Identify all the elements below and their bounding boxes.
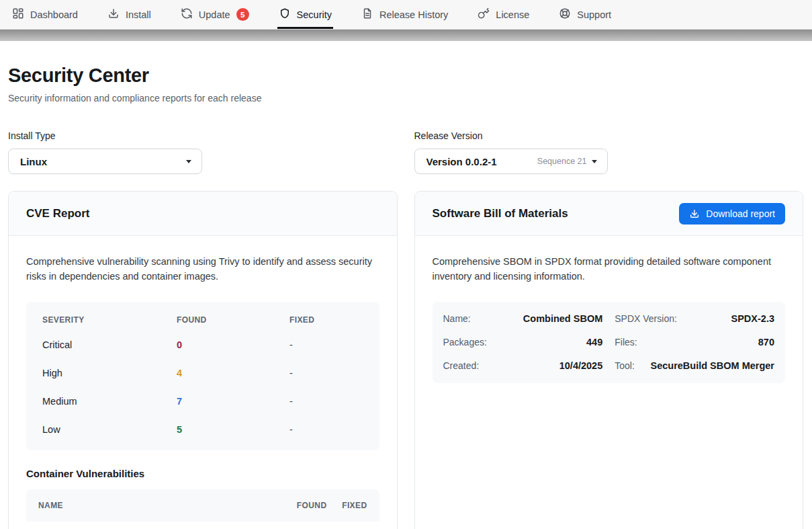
severity-label: Medium [42, 396, 177, 407]
cve-report-title: CVE Report [26, 207, 89, 220]
install-type-filter: Install Type Linux [8, 130, 398, 174]
found-column-header: Found [273, 501, 327, 510]
table-row-low: Low 5 - [42, 415, 363, 444]
cve-report-description: Comprehensive vulnerability scanning usi… [26, 255, 379, 284]
sbom-body: Comprehensive SBOM in SPDX format provid… [415, 236, 803, 383]
refresh-icon [181, 7, 193, 22]
page-title: Security Center [8, 65, 803, 87]
sbom-description: Comprehensive SBOM in SPDX format provid… [433, 255, 786, 284]
name-column-header: Name [38, 501, 273, 510]
info-value: 449 [586, 337, 602, 348]
severity-table: Severity Found Fixed Critical 0 - High 4… [26, 302, 379, 450]
download-icon [107, 7, 120, 22]
sbom-info-created: Created: 10/4/2025 [443, 354, 603, 378]
nav-label: Release History [379, 9, 448, 20]
found-column-header: Found [177, 315, 289, 325]
sbom-info-spdx-version: SPDX Version: SPDX-2.3 [615, 307, 774, 331]
release-version-value: Version 0.0.2-1 [426, 156, 497, 167]
severity-table-header: Severity Found Fixed [42, 306, 363, 331]
sequence-hint: Sequence 21 [537, 157, 587, 166]
found-count: 0 [177, 339, 289, 350]
severity-label: High [42, 368, 177, 378]
nav-item-security[interactable]: Security [279, 0, 332, 29]
container-table-header: Name Found Fixed [26, 489, 379, 522]
severity-label: Low [42, 424, 177, 435]
release-version-select[interactable]: Version 0.0.2-1 Sequence 21 [414, 149, 608, 174]
info-value: SecureBuild SBOM Merger [650, 360, 774, 371]
container-vulnerabilities-title: Container Vulnerabilities [26, 468, 379, 479]
fixed-count: - [289, 424, 363, 435]
header-divider-strip [0, 30, 812, 41]
page-subtitle: Security information and compliance repo… [8, 93, 803, 104]
shield-icon [279, 7, 291, 22]
chevron-down-icon [186, 160, 191, 163]
key-icon [478, 7, 490, 22]
nav-item-support[interactable]: Support [559, 0, 611, 29]
dashboard-icon [12, 7, 24, 22]
cards-row: CVE Report Comprehensive vulnerability s… [8, 191, 803, 529]
info-label: Tool: [615, 360, 635, 371]
info-value: 10/4/2025 [559, 360, 603, 371]
fixed-count: - [289, 396, 363, 407]
nav-label: Update [199, 9, 230, 20]
download-icon [689, 208, 700, 219]
fixed-count: - [289, 368, 363, 378]
table-row-critical: Critical 0 - [42, 331, 363, 359]
fixed-count: - [289, 339, 363, 350]
sbom-title: Software Bill of Materials [433, 207, 568, 220]
info-label: Packages: [443, 337, 487, 348]
nav-label: License [496, 9, 529, 20]
nav-label: Support [577, 9, 611, 20]
sbom-info-packages: Packages: 449 [443, 331, 603, 354]
info-value: SPDX-2.3 [731, 313, 774, 324]
life-buoy-icon [559, 7, 571, 22]
nav-item-dashboard[interactable]: Dashboard [12, 0, 78, 29]
severity-label: Critical [42, 339, 177, 350]
nav-label: Security [297, 9, 332, 20]
cve-report-header: CVE Report [9, 192, 397, 236]
install-type-select[interactable]: Linux [8, 149, 202, 174]
info-value: Combined SBOM [523, 313, 602, 324]
download-button-label: Download report [706, 208, 775, 219]
info-value: 870 [758, 337, 774, 348]
sbom-info-name: Name: Combined SBOM [443, 307, 603, 331]
info-label: Files: [615, 337, 637, 348]
info-label: Created: [443, 360, 480, 371]
release-version-label: Release Version [414, 130, 804, 141]
nav-item-update[interactable]: Update 5 [181, 0, 249, 29]
sbom-info-panel: Name: Combined SBOM SPDX Version: SPDX-2… [433, 302, 786, 383]
sbom-info-tool: Tool: SecureBuild SBOM Merger [615, 354, 774, 378]
nav-label: Dashboard [30, 9, 78, 20]
update-count-badge: 5 [236, 8, 249, 21]
table-row-high: High 4 - [42, 359, 363, 387]
fixed-column-header: Fixed [327, 501, 367, 510]
install-type-value: Linux [20, 156, 47, 167]
filters-row: Install Type Linux Release Version Versi… [8, 130, 803, 174]
sbom-card: Software Bill of Materials Download repo… [414, 191, 804, 529]
main-content: Security Center Security information and… [0, 65, 812, 529]
document-icon [361, 7, 373, 22]
found-count: 7 [177, 396, 289, 407]
fixed-column-header: Fixed [289, 315, 363, 325]
nav-item-install[interactable]: Install [107, 0, 151, 29]
found-count: 5 [177, 424, 289, 435]
sbom-info-files: Files: 870 [615, 331, 774, 354]
nav-label: Install [126, 9, 151, 20]
info-label: SPDX Version: [615, 313, 677, 324]
cve-report-card: CVE Report Comprehensive vulnerability s… [8, 191, 398, 529]
download-report-button[interactable]: Download report [679, 203, 785, 225]
cve-report-body: Comprehensive vulnerability scanning usi… [9, 236, 397, 522]
top-navigation: Dashboard Install Update 5 Security Rele… [0, 0, 812, 30]
nav-item-release-history[interactable]: Release History [361, 0, 448, 29]
table-row-medium: Medium 7 - [42, 387, 363, 415]
severity-column-header: Severity [42, 315, 177, 325]
sbom-header: Software Bill of Materials Download repo… [415, 192, 803, 236]
install-type-label: Install Type [8, 130, 398, 141]
nav-item-license[interactable]: License [478, 0, 529, 29]
info-label: Name: [443, 313, 471, 324]
release-version-filter: Release Version Version 0.0.2-1 Sequence… [414, 130, 804, 174]
found-count: 4 [177, 368, 289, 378]
chevron-down-icon [592, 160, 597, 163]
